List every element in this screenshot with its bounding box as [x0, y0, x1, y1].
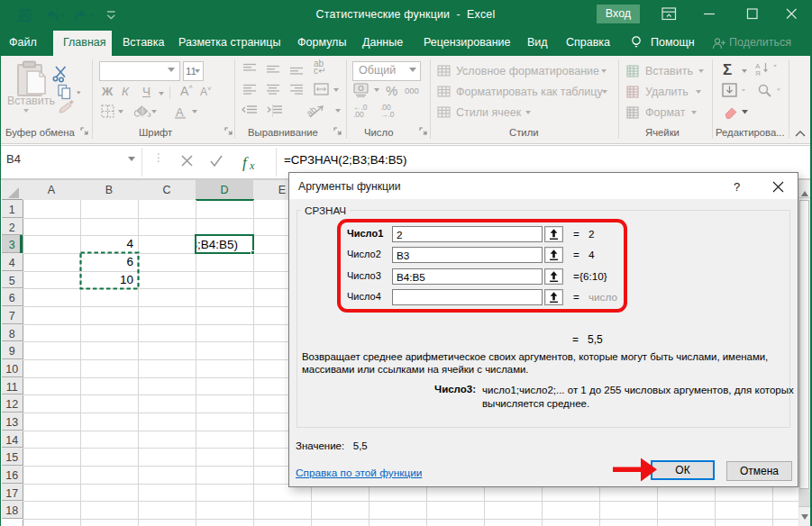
svg-text:x: x [249, 159, 255, 172]
svg-text:→.0: →.0 [380, 110, 395, 118]
svg-text:Я: Я [755, 69, 761, 76]
svg-text:000: 000 [405, 86, 419, 95]
svg-text:f: f [242, 154, 249, 171]
svg-text:%: % [386, 83, 397, 97]
svg-text:.00: .00 [353, 110, 364, 118]
